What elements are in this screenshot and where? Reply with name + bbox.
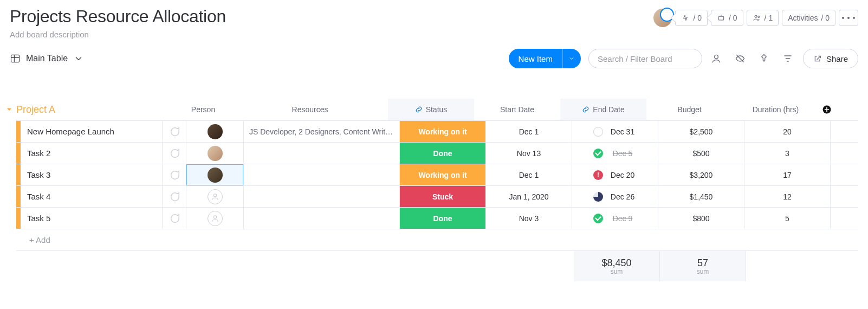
cell-start-date[interactable]: Dec 1 [486,121,572,142]
cell-resources[interactable] [244,186,400,207]
item-name[interactable]: Task 5 [21,208,163,229]
automation-icon [681,14,690,22]
row-handle[interactable] [16,186,21,207]
activities-pill[interactable]: Activities / 0 [782,10,835,26]
cell-duration[interactable]: 17 [744,164,831,185]
new-item-dropdown[interactable] [562,49,581,68]
cell-status[interactable]: Working on it [400,164,486,185]
cell-resources[interactable] [244,143,400,164]
cell-resources[interactable] [244,208,400,229]
people-icon [753,14,761,22]
cell-status[interactable]: Done [400,208,486,229]
svg-point-6 [213,194,216,196]
person-avatar[interactable] [208,168,223,183]
cell-end-date[interactable]: !Dec 20 [572,164,658,185]
cell-status[interactable]: Done [400,143,486,164]
item-name[interactable]: Task 2 [21,143,163,164]
col-resources[interactable]: Resources [232,99,388,120]
row-handle[interactable] [16,208,21,229]
board-owner-avatar[interactable] [653,9,672,27]
cell-start-date[interactable]: Dec 1 [486,164,572,185]
chat-icon[interactable] [163,143,186,164]
row-handle[interactable] [16,164,21,185]
add-column[interactable] [819,104,835,115]
cell-duration[interactable]: 20 [744,121,831,142]
cell-duration[interactable]: 12 [744,186,831,207]
cell-end-date[interactable]: Dec 31 [572,121,658,142]
table-icon [10,53,21,64]
integrations-pill[interactable]: / 0 [711,10,743,26]
add-row[interactable]: + Add [16,229,858,251]
new-item-button[interactable]: New Item [509,49,581,68]
view-name: Main Table [26,54,68,63]
chat-icon[interactable] [163,186,186,207]
row-handle[interactable] [16,121,21,142]
cell-person[interactable] [186,164,244,185]
group-collapse[interactable] [4,105,14,114]
cell-resources[interactable]: JS Developer, 2 Designers, Content Writ… [244,121,400,142]
share-button[interactable]: Share [803,49,858,68]
cell-budget[interactable]: $800 [658,208,744,229]
cell-start-date[interactable]: Nov 3 [486,208,572,229]
item-name[interactable]: Task 3 [21,164,163,185]
view-switcher[interactable]: Main Table [10,53,84,64]
automations-pill[interactable]: / 0 [675,10,708,26]
cell-budget[interactable]: $1,450 [658,186,744,207]
table-row[interactable]: New Homepage Launch JS Developer, 2 Desi… [16,121,858,143]
members-pill[interactable]: / 1 [747,10,779,26]
cell-duration[interactable]: 5 [744,208,831,229]
cell-budget[interactable]: $2,500 [658,121,744,142]
person-empty[interactable] [208,211,223,226]
filter-button[interactable] [778,49,798,68]
cell-end-date[interactable]: Dec 9 [572,208,658,229]
person-avatar[interactable] [208,146,223,161]
board-description[interactable]: Add board description [10,30,653,39]
cell-resources[interactable] [244,164,400,185]
cell-person[interactable] [186,186,244,207]
cell-person[interactable] [186,121,244,142]
cell-budget[interactable]: $500 [658,143,744,164]
cell-person[interactable] [186,208,244,229]
table-row[interactable]: Task 5 Done Nov 3 Dec 9 $800 5 [16,208,858,229]
cell-end-date[interactable]: Dec 5 [572,143,658,164]
link-icon [415,106,423,113]
chevron-down-icon [568,55,575,62]
pin-button[interactable] [754,49,774,68]
table-row[interactable]: Task 2 Done Nov 13 Dec 5 $500 3 [16,143,858,164]
chat-icon[interactable] [163,164,186,185]
person-avatar[interactable] [208,124,223,139]
col-duration[interactable]: Duration (hrs) [733,99,819,120]
robot-icon [717,14,726,22]
group-name[interactable]: Project A [16,104,174,115]
cell-status[interactable]: Stuck [400,186,486,207]
person-filter[interactable] [707,49,726,68]
col-budget[interactable]: Budget [646,99,733,120]
more-menu[interactable] [839,10,858,26]
chat-icon[interactable] [163,121,186,142]
board-title[interactable]: Projects Resource Allocation [10,7,653,27]
chat-icon[interactable] [163,208,186,229]
person-empty[interactable] [208,189,223,204]
cell-person[interactable] [186,143,244,164]
svg-rect-0 [718,16,723,20]
chevron-down-icon [73,53,84,64]
table-row[interactable]: Task 4 Stuck Jan 1, 2020 Dec 26 $1,450 1… [16,186,858,208]
col-start-date[interactable]: Start Date [474,99,560,120]
row-handle[interactable] [16,143,21,164]
search-input[interactable] [588,49,702,68]
table-row[interactable]: Task 3 Working on it Dec 1 !Dec 20 $3,20… [16,164,858,186]
item-name[interactable]: New Homepage Launch [21,121,163,142]
col-person[interactable]: Person [174,99,232,120]
cell-budget[interactable]: $3,200 [658,164,744,185]
share-icon [813,54,822,63]
cell-end-date[interactable]: Dec 26 [572,186,658,207]
cell-duration[interactable]: 3 [744,143,831,164]
col-end-date[interactable]: End Date [560,99,646,120]
cell-start-date[interactable]: Jan 1, 2020 [486,186,572,207]
sum-duration: 57sum [660,251,746,281]
cell-start-date[interactable]: Nov 13 [486,143,572,164]
item-name[interactable]: Task 4 [21,186,163,207]
cell-status[interactable]: Working on it [400,121,486,142]
hide-columns[interactable] [730,49,750,68]
col-status[interactable]: Status [388,99,474,120]
